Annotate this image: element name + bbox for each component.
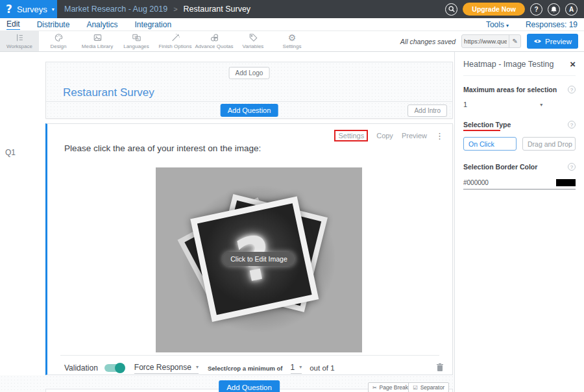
edit-toolbar: Workspace Design Media Library xA Langua… [0, 31, 584, 52]
preview-button[interactable]: Preview [527, 34, 578, 49]
upgrade-now-button[interactable]: Upgrade Now [463, 3, 525, 16]
top-bar: ? Surveys ▾ Market Research - Aug 2019 >… [0, 0, 584, 18]
survey-header-footer: Add Question Add Intro [46, 101, 452, 118]
chevron-down-icon: ▾ [299, 364, 302, 370]
nav-tab-edit[interactable]: Edit [6, 19, 20, 30]
survey-title[interactable]: Restaurant Survey [63, 86, 154, 99]
save-status: All changes saved [400, 38, 456, 45]
toolbar-label: Workspace [6, 43, 32, 49]
scissors-icon: ✂ [372, 385, 377, 391]
minimum-value-dropdown[interactable]: 1 ▾ [291, 363, 302, 374]
toolbar-item-finish-options[interactable]: Finish Options [156, 31, 195, 51]
help-icon[interactable]: ? [568, 86, 576, 93]
question-more-menu[interactable]: ⋮ [435, 131, 444, 141]
survey-nav: Edit Distribute Analytics Integration To… [0, 18, 584, 31]
drag-and-drop-option[interactable]: Drag and Drop [522, 137, 576, 151]
chevron-down-icon: ▾ [196, 364, 199, 370]
minimum-select-label: Select/crop a minimum of [208, 365, 283, 372]
responses-link[interactable]: Responses: 19 [526, 20, 578, 29]
page-break-button[interactable]: ✂ Page Break [368, 382, 413, 392]
toolbar-label: Settings [283, 43, 302, 49]
surveys-menu[interactable]: ? Surveys ▾ [0, 0, 57, 18]
question-settings-button[interactable]: Settings [334, 130, 368, 141]
heatmap-image-placeholder[interactable]: ? Click to Edit Image [156, 167, 362, 352]
force-response-value: Force Response [134, 363, 191, 372]
out-of-label: out of 1 [310, 364, 334, 372]
nav-tab-analytics[interactable]: Analytics [86, 20, 117, 29]
border-color-value: #000000 [463, 179, 489, 186]
validation-row: Validation Force Response ▾ Select/crop … [64, 361, 444, 375]
image-icon [93, 33, 103, 42]
tag-icon [249, 33, 258, 42]
on-click-option[interactable]: On Click [463, 137, 517, 151]
toolbar-label: Variables [243, 43, 264, 49]
question-text[interactable]: Please click the area of your interest o… [64, 143, 261, 153]
help-icon[interactable]: ? [568, 121, 576, 129]
ellipsis-icon: ⋮ [435, 131, 444, 141]
add-question-button-bottom[interactable]: Add Question [219, 380, 280, 392]
validation-toggle[interactable] [104, 364, 124, 372]
add-question-button-top[interactable]: Add Question [221, 104, 278, 117]
toolbar-item-languages[interactable]: xA Languages [117, 31, 156, 51]
toolbar-label: Media Library [82, 43, 113, 49]
eye-icon [533, 38, 542, 44]
minimum-value: 1 [291, 363, 295, 372]
add-intro-button[interactable]: Add Intro [408, 104, 447, 117]
delete-question-button[interactable] [436, 363, 444, 374]
border-color-row: Selection Border Color ? [463, 163, 576, 171]
pencil-icon: ✎ [512, 38, 517, 45]
account-button[interactable]: A [565, 3, 578, 16]
help-button[interactable]: ? [530, 3, 542, 16]
max-areas-dropdown[interactable]: 1 ▾ [463, 101, 576, 108]
help-icon: ? [534, 6, 538, 13]
questionpro-logo-icon: ? [6, 3, 12, 16]
close-panel-button[interactable]: × [570, 60, 576, 68]
border-color-input[interactable]: #000000 [463, 179, 576, 190]
chevron-down-icon: ▾ [506, 23, 509, 29]
edit-url-button[interactable]: ✎ [509, 35, 520, 47]
magic-wand-icon [171, 33, 180, 42]
question-settings-panel: Heatmap - Image Testing × Maximum areas … [454, 52, 584, 392]
topbar-actions: Upgrade Now ? A [445, 0, 584, 18]
toggle-knob [115, 363, 125, 373]
toolbar-label: Design [51, 43, 67, 49]
nav-tab-distribute[interactable]: Distribute [37, 20, 70, 29]
toolbar-item-settings[interactable]: ⚙ Settings [273, 31, 311, 51]
survey-url-box: ✎ [461, 34, 521, 48]
chevron-down-icon: ▾ [540, 102, 542, 108]
notifications-button[interactable] [548, 3, 560, 16]
toolbar-item-media-library[interactable]: Media Library [78, 31, 117, 51]
palette-icon [54, 33, 64, 42]
border-color-label: Selection Border Color [463, 163, 537, 171]
question-preview-button[interactable]: Preview [402, 132, 427, 140]
toolbar-item-advance-quotas[interactable]: Advance Quotas [195, 31, 234, 51]
toolbar-item-design[interactable]: Design [39, 31, 78, 51]
help-glyph: ? [570, 164, 573, 170]
question-number: Q1 [5, 148, 16, 157]
breadcrumb-separator: > [173, 5, 177, 13]
survey-url-input[interactable] [462, 38, 509, 45]
question-copy-button[interactable]: Copy [376, 132, 393, 140]
help-glyph: ? [570, 87, 573, 93]
add-logo-button[interactable]: Add Logo [229, 67, 270, 79]
tools-menu[interactable]: Tools▾ [486, 20, 509, 29]
workspace-icon [15, 33, 25, 42]
toolbar-label: Finish Options [158, 43, 191, 49]
click-to-edit-image-button[interactable]: Click to Edit Image [223, 252, 295, 266]
breadcrumb-survey-folder[interactable]: Market Research - Aug 2019 [64, 5, 167, 14]
nav-tab-integration[interactable]: Integration [134, 20, 171, 29]
selection-type-label: Selection Type [463, 121, 511, 129]
toolbar-item-workspace[interactable]: Workspace [0, 31, 39, 51]
search-icon [448, 5, 456, 13]
color-swatch[interactable] [556, 179, 576, 186]
help-icon[interactable]: ? [568, 163, 576, 171]
toolbar-item-variables[interactable]: Variables [234, 31, 273, 51]
selection-type-options: On Click Drag and Drop [463, 137, 576, 151]
help-glyph: ? [570, 122, 573, 128]
force-response-dropdown[interactable]: Force Response ▾ [134, 363, 199, 374]
search-button[interactable] [445, 3, 457, 16]
separator-label: Separator [420, 384, 444, 391]
preview-label: Preview [545, 38, 572, 45]
breadcrumb: Market Research - Aug 2019 > Restaurant … [57, 0, 250, 18]
separator-button[interactable]: ☑ Separator [408, 382, 449, 392]
